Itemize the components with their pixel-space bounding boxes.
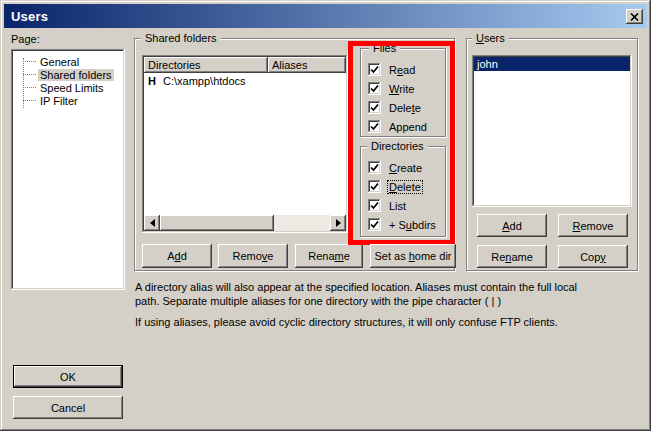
table-row[interactable]: H C:\xampp\htdocs bbox=[144, 73, 346, 88]
append-checkbox[interactable] bbox=[368, 120, 381, 133]
subdirs-checkbox[interactable] bbox=[368, 218, 381, 231]
list-checkbox[interactable] bbox=[368, 199, 381, 212]
home-flag: H bbox=[144, 75, 157, 87]
button-label: Remove bbox=[573, 220, 614, 232]
check-icon bbox=[370, 103, 379, 112]
write-checkbox[interactable] bbox=[368, 82, 381, 95]
button-label: Set as home dir bbox=[374, 250, 451, 262]
checkbox-label: Create bbox=[388, 162, 423, 174]
delete-files-checkbox[interactable] bbox=[368, 101, 381, 114]
page-item-shared-folders[interactable]: Shared folders bbox=[14, 68, 122, 81]
tree-branch-icon bbox=[23, 87, 36, 88]
button-label: Rename bbox=[308, 250, 350, 262]
check-icon bbox=[370, 122, 379, 131]
directories-table[interactable]: Directories Aliases H C:\xampp\htdocs bbox=[142, 55, 348, 233]
user-rename-button[interactable]: Rename bbox=[477, 245, 547, 268]
scrollbar-thumb[interactable] bbox=[160, 215, 274, 231]
check-icon bbox=[370, 182, 379, 191]
page-list[interactable]: General Shared folders Speed Limits IP F… bbox=[11, 49, 125, 290]
users-dialog: Users Page: General Shared folders Speed… bbox=[0, 0, 651, 431]
column-header-directories[interactable]: Directories bbox=[144, 57, 268, 73]
checkbox-label: Read bbox=[388, 64, 416, 76]
button-label: OK bbox=[60, 371, 76, 383]
directories-group-label: Directories bbox=[367, 140, 428, 152]
button-label: Cancel bbox=[51, 402, 85, 414]
scroll-left-icon bbox=[150, 219, 155, 227]
files-group-label: Files bbox=[369, 42, 400, 54]
page-label: Page: bbox=[11, 33, 40, 45]
tree-branch-icon bbox=[23, 61, 36, 62]
button-label: Rename bbox=[491, 251, 533, 263]
shared-remove-button[interactable]: Remove bbox=[218, 244, 288, 268]
page-item-speed-limits[interactable]: Speed Limits bbox=[14, 81, 122, 94]
alias-note: A directory alias will also appear at th… bbox=[135, 281, 601, 308]
check-icon bbox=[370, 163, 379, 172]
scroll-right-button[interactable] bbox=[330, 215, 346, 231]
cancel-button[interactable]: Cancel bbox=[13, 396, 123, 419]
close-icon bbox=[630, 13, 639, 21]
check-icon bbox=[370, 220, 379, 229]
table-header-row: Directories Aliases bbox=[144, 57, 346, 73]
window-title: Users bbox=[11, 9, 48, 24]
users-list[interactable]: john bbox=[472, 55, 632, 207]
titlebar[interactable]: Users bbox=[4, 4, 647, 28]
cyclic-note: If using aliases, please avoid cyclic di… bbox=[135, 316, 601, 330]
page-item-label: Speed Limits bbox=[38, 82, 106, 94]
check-icon bbox=[370, 65, 379, 74]
shared-add-button[interactable]: Add bbox=[142, 244, 212, 268]
checkbox-label: Append bbox=[388, 121, 428, 133]
checkbox-label: Write bbox=[388, 83, 415, 95]
set-as-home-dir-button[interactable]: Set as home dir bbox=[370, 244, 456, 268]
checkbox-row-list[interactable]: List bbox=[368, 199, 407, 212]
scroll-left-button[interactable] bbox=[144, 215, 160, 231]
delete-dirs-checkbox[interactable] bbox=[368, 180, 381, 193]
checkbox-label: Delete bbox=[388, 102, 422, 114]
checkbox-row-delete-dirs[interactable]: Delete bbox=[368, 180, 422, 193]
read-checkbox[interactable] bbox=[368, 63, 381, 76]
tree-branch-icon bbox=[23, 100, 36, 101]
page-item-label: Shared folders bbox=[38, 69, 114, 81]
close-button[interactable] bbox=[626, 9, 643, 24]
check-icon bbox=[370, 201, 379, 210]
tree-branch-icon bbox=[23, 74, 36, 75]
horizontal-scrollbar[interactable] bbox=[144, 215, 346, 231]
checkbox-row-delete-files[interactable]: Delete bbox=[368, 101, 422, 114]
ok-button[interactable]: OK bbox=[13, 365, 123, 388]
user-name: john bbox=[477, 58, 498, 70]
checkbox-row-append[interactable]: Append bbox=[368, 120, 428, 133]
checkbox-row-read[interactable]: Read bbox=[368, 63, 416, 76]
create-checkbox[interactable] bbox=[368, 161, 381, 174]
checkbox-row-subdirs[interactable]: + Subdirs bbox=[368, 218, 437, 231]
checkbox-label: Delete bbox=[388, 181, 422, 193]
checkbox-row-create[interactable]: Create bbox=[368, 161, 423, 174]
checkbox-label: + Subdirs bbox=[388, 219, 437, 231]
shared-rename-button[interactable]: Rename bbox=[295, 244, 363, 268]
users-group-label: Users bbox=[472, 32, 509, 44]
user-copy-button[interactable]: Copy bbox=[558, 245, 628, 268]
scroll-right-icon bbox=[336, 219, 341, 227]
page-item-label: IP Filter bbox=[38, 95, 80, 107]
user-list-item[interactable]: john bbox=[474, 57, 630, 71]
button-label: Add bbox=[167, 250, 187, 262]
button-label: Copy bbox=[580, 251, 606, 263]
button-label: Add bbox=[502, 220, 522, 232]
user-remove-button[interactable]: Remove bbox=[558, 214, 628, 237]
shared-folders-group-label: Shared folders bbox=[141, 32, 221, 44]
directory-path: C:\xampp\htdocs bbox=[157, 75, 246, 87]
user-add-button[interactable]: Add bbox=[477, 214, 547, 237]
checkbox-label: List bbox=[388, 200, 407, 212]
page-item-label: General bbox=[38, 56, 81, 68]
page-item-ip-filter[interactable]: IP Filter bbox=[14, 94, 122, 107]
check-icon bbox=[370, 84, 379, 93]
scrollbar-track[interactable] bbox=[274, 215, 330, 231]
button-label: Remove bbox=[233, 250, 274, 262]
checkbox-row-write[interactable]: Write bbox=[368, 82, 415, 95]
page-item-general[interactable]: General bbox=[14, 55, 122, 68]
column-header-aliases[interactable]: Aliases bbox=[268, 57, 346, 73]
